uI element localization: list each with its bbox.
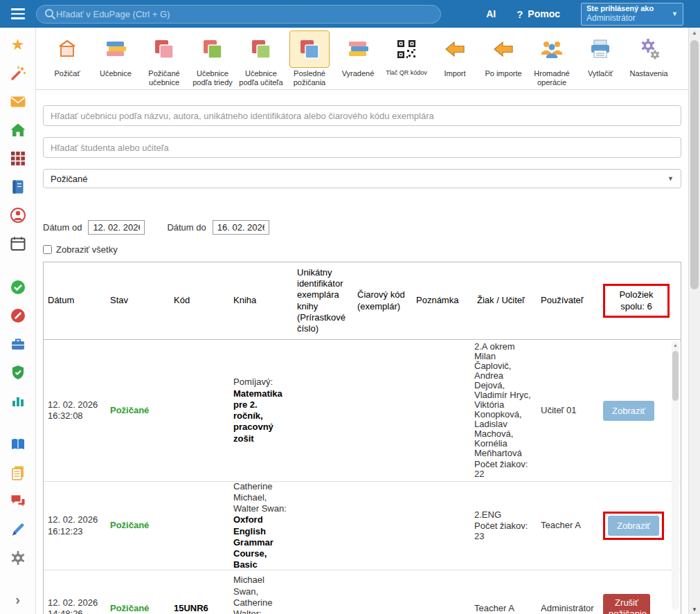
show-all-checkbox[interactable] [43,245,52,254]
toolbar-item-tlac-qr-kodov[interactable]: Tlač QR kódov [382,30,431,77]
toolbar-item-ucebnice-podla-ucitela[interactable]: Učebnice podľa učiteľa [237,30,285,87]
col-header-kniha[interactable]: Kniha [229,294,293,307]
toolbar-item-vytlacit[interactable]: Vytlačiť [576,30,625,78]
cell-stav: Požičané [106,602,170,614]
sidebar-item-chat[interactable] [0,492,35,510]
menu-icon[interactable] [0,8,36,19]
window-scrollbar-thumb[interactable] [690,40,699,289]
toolbar-item-label: Nastavenia [629,69,667,78]
help-button[interactable]: ? Pomoc [517,8,560,20]
book-search-input[interactable] [43,105,681,126]
global-search[interactable] [36,5,441,24]
toolbar-item-import[interactable]: Import [431,30,479,78]
col-header-ziak-ucitel[interactable]: Žiak / Učiteľ [473,294,537,307]
sidebar-item-wizard[interactable] [0,64,35,82]
annotation-box-show-button: Zobraziť [603,512,664,540]
book-title: Matematika pre 2. ročník, pracovný zošit [233,388,282,444]
documents-icon [10,464,26,481]
show-button[interactable]: Zobraziť [608,516,659,536]
star-icon: ★ [11,37,25,53]
sidebar-item-settings[interactable] [0,549,35,567]
sidebar-item-profile[interactable] [0,206,35,224]
scroll-up-icon[interactable]: ▲ [672,341,679,350]
col-header-poznamka[interactable]: Poznámka [412,294,473,307]
mail-icon [10,93,26,110]
cell-kniha: Michael Swan, Catherine Walter: Oxford E… [229,573,293,614]
cell-ziak-ucitel: Teacher A [473,602,537,614]
table-row: 12. 02. 2026 14:48:26 Požičané 15UNR6 Mi… [44,570,681,614]
calendar-icon [10,235,26,252]
col-header-kod[interactable]: Kód [170,294,229,307]
status-filter-value: Požičané [51,174,667,184]
sidebar-item-notebook[interactable] [0,178,35,196]
books-by-teacher-icon [241,30,281,68]
scroll-up-icon[interactable]: ▲ [689,28,700,39]
window-scrollbar[interactable]: ▲ ▼ [688,28,700,614]
show-all-row: Zobraziť všetky [43,244,681,255]
col-header-pouzivatel[interactable]: Používateľ [537,294,599,307]
cell-ziak-ucitel: 2.A okrem Milan Čaplovič, Andrea Dejová,… [473,341,537,480]
sidebar-item-documents[interactable] [0,464,35,482]
toolbar-item-po-importe[interactable]: Po importe [479,30,528,78]
sidebar-item-agenda[interactable] [0,335,35,353]
timetable-grid-icon [10,151,26,166]
pen-icon [10,521,26,538]
show-button[interactable]: Zobraziť [603,401,654,421]
after-import-arrow-icon [483,30,523,68]
sidebar-item-library[interactable] [0,435,35,453]
toolbar-item-pozicat[interactable]: Požičať [43,30,91,78]
toolbar-item-label: Vyradené [342,69,375,78]
sidebar-item-lessons[interactable] [0,307,35,325]
toolbar-item-posledne-pozicania[interactable]: Posledné požičania [285,30,334,87]
date-from-input[interactable] [88,220,145,235]
toolbar-item-hromadne-operacie[interactable]: Hromadné operácie [528,30,576,87]
toolbar-item-pozicane-ucebnice[interactable]: Požičané učebnice [140,30,188,87]
sidebar-item-timetable[interactable] [0,150,35,168]
chevron-down-icon: ▼ [672,10,678,17]
toolbar-item-ucebnice-podla-triedy[interactable]: Učebnice podľa triedy [188,30,237,87]
student-count: Počet žiakov: 23 [474,521,535,541]
class-students: 2.ENG [474,510,535,520]
books-stack-icon [96,30,136,68]
toolbar-item-ucebnice[interactable]: Učebnice [91,30,140,78]
sidebar-expand-button[interactable]: › [0,590,35,608]
sidebar-item-messages[interactable] [0,93,35,111]
items-total-label: Položiek spolu: 6 [619,289,653,311]
col-header-datum[interactable]: Dátum ▼ [44,294,106,307]
people-group-icon [532,30,572,68]
show-all-label: Zobraziť všetky [56,244,118,255]
table-scrollbar[interactable]: ▲ [672,341,679,610]
scroll-down-icon[interactable]: ▼ [689,606,700,613]
gear-icon [10,550,26,566]
global-search-input[interactable] [56,9,433,19]
col-header-stav[interactable]: Stav [106,294,170,307]
sidebar-item-calendar[interactable] [0,235,35,253]
content-area: Požičané ▼ Dátum od Dátum do Zobraziť vš… [36,90,688,614]
chevron-right-icon: › [15,592,20,608]
col-header-ciarovy-kod[interactable]: Čiarový kód (exemplár) [353,288,412,314]
toolbar-item-nastavenia[interactable]: Nastavenia [625,30,673,78]
person-circle-icon [10,207,26,224]
sidebar-item-attendance[interactable] [0,278,35,296]
table-scrollbar-thumb[interactable] [672,351,679,401]
library-toolbar: Požičať Učebnice Požičané učebnice Učebn… [36,28,688,90]
person-search-input[interactable] [43,137,681,158]
user-menu[interactable]: Ste prihlásený ako Administrátor ▼ [581,3,683,26]
sidebar-item-security[interactable] [0,363,35,381]
sidebar-item-favorites[interactable]: ★ [0,36,35,54]
book-title: Oxford English Grammar Course, Basic [233,514,273,570]
sidebar-item-editor[interactable] [0,521,35,539]
status-filter-select[interactable]: Požičané ▼ [43,169,681,188]
magic-wand-icon [10,65,26,82]
col-header-unikatny-identifikator[interactable]: Unikátny identifikátor exemplára knihy (… [293,266,353,336]
cancel-loan-button[interactable]: Zrušiť požičanie [603,594,650,614]
cell-datum: 12. 02. 2026 14:48:26 [44,596,106,614]
help-label: Pomoc [528,8,560,19]
ai-button[interactable]: AI [486,8,496,19]
toolbar-item-vyradene[interactable]: Vyradené [334,30,382,78]
borrowed-books-icon [144,30,184,68]
sidebar-item-home[interactable] [0,121,35,139]
sidebar-item-results[interactable] [0,392,35,410]
annotation-box-items-total: Položiek spolu: 6 [603,284,670,318]
date-to-input[interactable] [213,220,269,235]
